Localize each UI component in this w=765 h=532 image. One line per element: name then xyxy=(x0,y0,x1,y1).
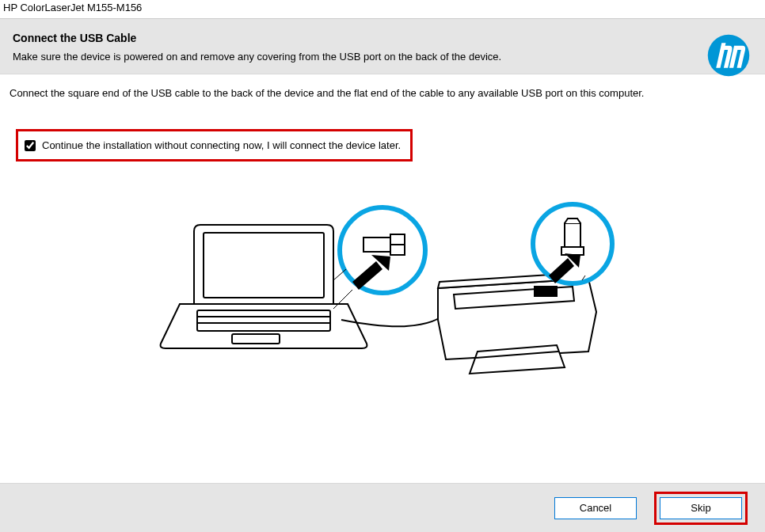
skip-button-highlight: Skip xyxy=(654,492,748,525)
svg-line-10 xyxy=(333,269,346,280)
svg-rect-15 xyxy=(565,223,580,247)
instruction-text: Connect the square end of the USB cable … xyxy=(10,87,755,99)
usb-connection-illustration xyxy=(10,193,755,383)
connect-later-checkbox[interactable] xyxy=(25,140,36,151)
svg-rect-7 xyxy=(363,238,390,252)
window-title: HP ColorLaserJet M155-M156 xyxy=(3,2,142,13)
hp-logo-icon xyxy=(706,33,751,78)
svg-rect-2 xyxy=(197,310,330,331)
content-area: Connect the square end of the USB cable … xyxy=(0,74,765,396)
svg-rect-3 xyxy=(232,334,280,344)
svg-rect-16 xyxy=(561,247,584,255)
connect-later-label[interactable]: Continue the installation without connec… xyxy=(42,139,401,151)
page-header: Connect the USB Cable Make sure the devi… xyxy=(0,19,765,74)
svg-rect-1 xyxy=(204,233,324,298)
cancel-button[interactable]: Cancel xyxy=(554,497,637,519)
svg-rect-12 xyxy=(535,287,557,296)
page-subtitle: Make sure the device is powered on and r… xyxy=(13,51,752,63)
skip-button[interactable]: Skip xyxy=(660,497,742,519)
page-title: Connect the USB Cable xyxy=(13,32,752,44)
window-titlebar: HP ColorLaserJet M155-M156 xyxy=(0,0,765,19)
connect-later-checkbox-row[interactable]: Continue the installation without connec… xyxy=(16,129,413,162)
footer-bar: Cancel Skip xyxy=(0,483,765,532)
